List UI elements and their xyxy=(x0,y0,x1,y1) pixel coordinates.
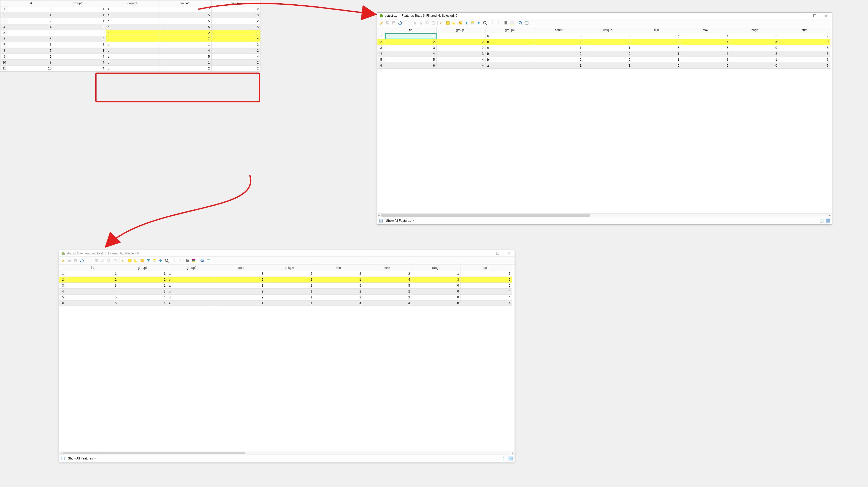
cell-value1[interactable]: 7 xyxy=(159,36,212,42)
cell-range[interactable]: 0 xyxy=(412,283,461,289)
table-row[interactable]: 222b221435 xyxy=(59,277,512,283)
form-view-icon[interactable] xyxy=(502,456,507,461)
col-group2[interactable]: group2 xyxy=(486,27,534,33)
cell-group1[interactable]: 4 xyxy=(437,63,486,69)
cell-max[interactable]: 2 xyxy=(363,289,412,295)
cell-id[interactable]: 7 xyxy=(8,48,53,54)
show-all-features-button[interactable]: Show All Features xyxy=(385,218,415,223)
cell-fid[interactable]: 6 xyxy=(385,63,437,69)
col-sum[interactable]: sum xyxy=(779,27,830,33)
col-value1[interactable]: value1 xyxy=(159,1,212,6)
cell-value2[interactable]: 3 xyxy=(212,12,260,18)
invert-selection-button[interactable] xyxy=(451,20,457,26)
source-table[interactable]: id group1 group2 value1 value2 101a72211… xyxy=(0,0,260,71)
col-unique[interactable]: unique xyxy=(583,27,632,33)
cell-group2[interactable]: a xyxy=(486,63,534,69)
col-sum[interactable]: sum xyxy=(461,265,512,271)
cell-group1[interactable]: 1 xyxy=(53,18,106,24)
scroll-left-icon[interactable]: ◂ xyxy=(59,451,63,455)
row-number[interactable]: 4 xyxy=(59,289,67,295)
row-number[interactable]: 3 xyxy=(377,45,385,51)
cell-value1[interactable]: 4 xyxy=(159,48,212,54)
table-row[interactable]: 442a55 xyxy=(1,24,260,30)
cell-group1[interactable]: 3 xyxy=(437,51,486,57)
cell-min[interactable]: 5 xyxy=(632,45,681,51)
table-view-toggle-icon[interactable] xyxy=(508,456,513,461)
titlebar[interactable]: statistic2 — Features Total: 6, Filtered… xyxy=(59,250,515,257)
reload-table-button[interactable] xyxy=(79,258,85,263)
cell-group1[interactable]: 2 xyxy=(437,39,486,45)
cell-group1[interactable]: 1 xyxy=(53,12,106,18)
cell-count[interactable]: 3 xyxy=(216,271,265,277)
cell-group2[interactable]: b xyxy=(106,42,159,48)
row-number[interactable]: 1 xyxy=(377,33,385,39)
cell-range[interactable]: 5 xyxy=(730,39,779,45)
deselect-all-button[interactable] xyxy=(139,258,145,263)
cell-unique[interactable]: 2 xyxy=(583,57,632,63)
cell-value2[interactable]: 2 xyxy=(212,42,260,48)
cell-fid[interactable]: 2 xyxy=(385,39,437,45)
deselect-all-button[interactable] xyxy=(458,20,463,26)
cell-group1[interactable]: 3 xyxy=(53,48,106,54)
row-number[interactable]: 2 xyxy=(59,277,67,283)
cell-unique[interactable]: 1 xyxy=(583,45,632,51)
row-number[interactable]: 5 xyxy=(59,295,67,300)
invert-selection-button[interactable] xyxy=(133,258,139,263)
cell-value2[interactable]: 2 xyxy=(212,18,260,24)
col-value2[interactable]: value2 xyxy=(212,1,260,6)
cell-group1[interactable]: 2 xyxy=(53,36,106,42)
cell-value1[interactable]: 5 xyxy=(159,24,212,30)
row-number[interactable]: 6 xyxy=(377,63,385,69)
horizontal-scrollbar[interactable]: ◂ ▸ xyxy=(59,451,515,455)
statistic2-table[interactable]: fidgroup1group2countuniqueminmaxrangesum… xyxy=(59,265,512,306)
cell-value1[interactable]: 1 xyxy=(159,42,212,48)
cell-max[interactable]: 2 xyxy=(363,295,412,300)
cell-sum[interactable]: 5 xyxy=(461,283,512,289)
table-row[interactable]: 443b221435 xyxy=(377,51,830,57)
cell-value2[interactable]: 4 xyxy=(212,36,260,42)
cell-group1[interactable]: 4 xyxy=(53,60,106,66)
scroll-right-icon[interactable]: ▸ xyxy=(828,214,832,217)
cell-group1[interactable]: 1 xyxy=(437,33,486,39)
table-row[interactable]: 111a3257217 xyxy=(377,33,830,39)
cell-range[interactable]: 1 xyxy=(412,271,461,277)
cell-group1[interactable]: 3 xyxy=(53,42,106,48)
row-number[interactable]: 5 xyxy=(1,30,8,36)
show-all-features-button[interactable]: Show All Features xyxy=(67,456,97,461)
cell-group2[interactable]: b xyxy=(167,289,216,295)
cell-count[interactable]: 2 xyxy=(534,39,583,45)
cell-range[interactable]: 0 xyxy=(730,45,779,51)
cell-fid[interactable]: 1 xyxy=(385,33,437,39)
col-fid[interactable]: fid xyxy=(385,27,437,33)
cell-count[interactable]: 2 xyxy=(216,295,265,300)
field-calculator-button[interactable] xyxy=(503,20,509,26)
cell-value2[interactable]: 2 xyxy=(212,66,260,71)
table-row[interactable]: 763b12 xyxy=(1,42,260,48)
col-group2[interactable]: group2 xyxy=(106,1,159,6)
cell-unique[interactable]: 2 xyxy=(265,271,314,277)
cell-min[interactable]: 2 xyxy=(314,289,363,295)
table-row[interactable]: 443b212204 xyxy=(59,289,512,295)
select-all-button[interactable] xyxy=(127,258,132,263)
cell-id[interactable]: 3 xyxy=(8,30,53,36)
cell-group2[interactable]: b xyxy=(486,51,534,57)
cell-group1[interactable]: 3 xyxy=(118,289,167,295)
cell-group1[interactable]: 2 xyxy=(118,277,167,283)
zoom-to-selected-button[interactable] xyxy=(164,258,169,263)
cell-group1[interactable]: 1 xyxy=(53,6,106,12)
col-max[interactable]: max xyxy=(681,27,730,33)
cell-range[interactable]: 2 xyxy=(730,33,779,39)
row-number[interactable]: 3 xyxy=(1,18,8,24)
cell-group1[interactable]: 2 xyxy=(437,45,486,51)
cell-unique[interactable]: 2 xyxy=(583,51,632,57)
col-unique[interactable]: unique xyxy=(265,265,314,271)
cell-max[interactable]: 4 xyxy=(681,51,730,57)
cell-value2[interactable]: 2 xyxy=(212,6,260,12)
cell-sum[interactable]: 9 xyxy=(779,39,830,45)
cell-count[interactable]: 3 xyxy=(534,33,583,39)
cell-value1[interactable]: 5 xyxy=(159,18,212,24)
cell-unique[interactable]: 1 xyxy=(265,289,314,295)
cell-fid[interactable]: 1 xyxy=(67,271,118,277)
col-min[interactable]: min xyxy=(632,27,681,33)
row-number[interactable]: 4 xyxy=(377,51,385,57)
